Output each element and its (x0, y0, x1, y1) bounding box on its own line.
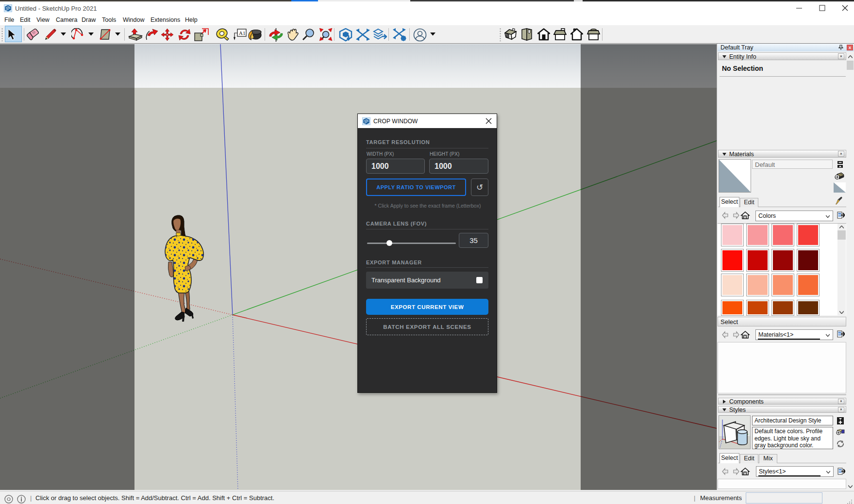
svg-text:A1: A1 (239, 30, 245, 36)
